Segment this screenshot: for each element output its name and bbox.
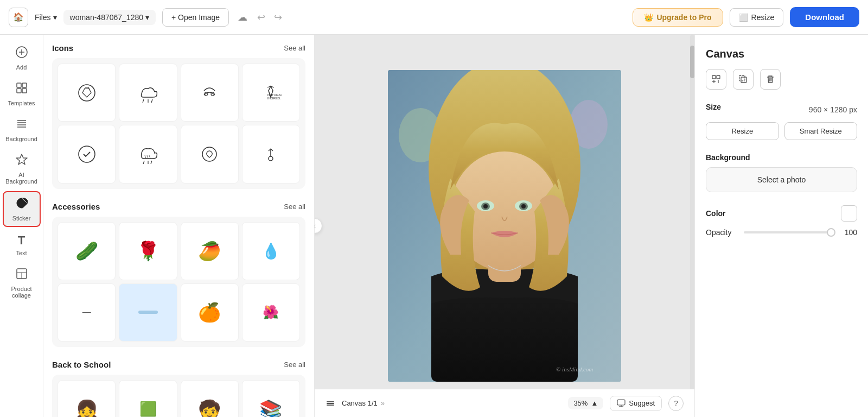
zoom-control[interactable]: 35% ▲ [568, 397, 603, 409]
templates-icon [15, 81, 28, 98]
download-button[interactable]: Download [790, 7, 859, 27]
accessories-section: Accessories See all 🥒 🌹 🥭 💧 — 🍊 🌺 [52, 202, 305, 348]
duplicate-action-button[interactable] [733, 69, 754, 90]
home-button[interactable]: 🏠 [9, 8, 28, 27]
sticker-icon [15, 197, 28, 213]
sidebar-item-ai-background[interactable]: AI Background [3, 149, 41, 189]
list-item[interactable]: 🌺 [242, 283, 300, 342]
accessories-grid: 🥒 🌹 🥭 💧 — 🍊 🌺 [52, 217, 305, 348]
size-label: Size [706, 103, 721, 111]
background-section: Background Select a photo [706, 153, 857, 192]
canvas-label[interactable]: Canvas 1/1 » [342, 399, 385, 407]
svg-rect-56 [739, 75, 745, 81]
sidebar-item-product-collage[interactable]: Product collage [3, 263, 41, 303]
opacity-label: Opacity [706, 228, 738, 237]
svg-rect-44 [327, 401, 334, 402]
cloud-icon[interactable]: ☁ [238, 11, 247, 23]
background-label: Background [706, 153, 857, 162]
open-image-button[interactable]: + Open Image [162, 8, 229, 27]
list-item[interactable] [119, 64, 177, 122]
sidebar-item-sticker[interactable]: Sticker [3, 191, 41, 227]
svg-rect-6 [22, 89, 27, 93]
list-item[interactable]: 👧 [58, 380, 116, 417]
list-item[interactable] [181, 64, 239, 122]
sidebar-item-add[interactable]: Add [3, 41, 41, 75]
files-menu[interactable]: Files ▾ [35, 13, 57, 22]
opacity-slider[interactable] [744, 231, 835, 233]
list-item[interactable]: — [58, 283, 116, 342]
canvas-area: ‹ [315, 35, 694, 417]
list-item[interactable]: 🥒 [58, 222, 116, 280]
back-to-school-title: Back to School [52, 360, 111, 369]
resize-button[interactable]: Resize [706, 122, 779, 140]
list-item[interactable]: 🌹 [119, 222, 177, 280]
svg-rect-3 [17, 83, 21, 87]
list-item[interactable]: 🟩 [119, 380, 177, 417]
icons-see-all[interactable]: See all [284, 44, 305, 52]
svg-rect-46 [327, 405, 334, 406]
canvas-image[interactable]: © insMind.com [388, 70, 621, 382]
svg-line-16 [143, 99, 144, 103]
icons-section: Icons See all NATURALINGRED. [52, 43, 305, 189]
list-item[interactable] [242, 125, 300, 183]
svg-text:© insMind.com: © insMind.com [556, 366, 593, 372]
resize-icon: ⬜ [739, 13, 748, 22]
undo-button[interactable]: ↩ [257, 11, 265, 23]
list-item[interactable]: 📚 [242, 380, 300, 417]
right-panel: Canvas Size 960 × 1280 px Resize Smart R… [694, 35, 868, 417]
svg-rect-55 [741, 77, 746, 83]
opacity-slider-thumb[interactable] [827, 228, 835, 237]
list-item[interactable] [119, 125, 177, 183]
svg-point-41 [483, 204, 488, 208]
back-to-school-see-all[interactable]: See all [284, 361, 305, 369]
opacity-row: Opacity 100 [706, 228, 857, 237]
color-swatch[interactable] [841, 205, 857, 222]
list-item[interactable]: 🧒 [181, 380, 239, 417]
suggest-button[interactable]: Suggest [610, 396, 662, 411]
list-item[interactable] [181, 125, 239, 183]
list-item[interactable]: 🍊 [181, 283, 239, 342]
left-sidebar: Add Templates Background AI Background S… [0, 35, 43, 417]
svg-rect-29 [138, 311, 158, 314]
collapse-panel-button[interactable]: ‹ [315, 218, 322, 233]
list-item[interactable]: 🥭 [181, 222, 239, 280]
opacity-value: 100 [841, 228, 857, 237]
canvas-wrapper: © insMind.com [388, 70, 621, 382]
select-photo-button[interactable]: Select a photo [706, 167, 857, 192]
accessories-see-all[interactable]: See all [284, 203, 305, 211]
color-label: Color [706, 209, 841, 218]
resize-header-button[interactable]: ⬜ Resize [730, 8, 784, 27]
list-item[interactable] [58, 64, 116, 122]
help-button[interactable]: ? [668, 396, 684, 411]
list-item[interactable] [58, 125, 116, 183]
smart-resize-button[interactable]: Smart Resize [784, 122, 858, 140]
delete-action-button[interactable] [760, 69, 781, 90]
ai-background-icon [15, 153, 28, 169]
list-item[interactable]: 💧 [242, 222, 300, 280]
sticker-panel: Icons See all NATURALINGRED. [43, 35, 315, 417]
size-section: Size 960 × 1280 px Resize Smart Resize [706, 103, 857, 140]
filename-selector[interactable]: woman-487067_1280 ▾ [63, 10, 156, 25]
sidebar-item-templates[interactable]: Templates [3, 77, 41, 111]
svg-rect-4 [22, 83, 27, 87]
svg-rect-5 [17, 89, 21, 93]
icons-title: Icons [52, 43, 73, 53]
svg-point-23 [79, 146, 95, 162]
list-item[interactable] [119, 283, 177, 342]
layers-button[interactable] [326, 399, 335, 408]
upgrade-button[interactable]: 👑 Upgrade to Pro [633, 8, 723, 27]
redo-button[interactable]: ↪ [274, 11, 282, 23]
svg-rect-51 [717, 75, 720, 79]
topbar: 🏠 Files ▾ woman-487067_1280 ▾ + Open Ima… [0, 0, 868, 35]
canvas-actions [706, 69, 857, 90]
svg-line-24 [143, 161, 144, 164]
format-action-button[interactable] [706, 69, 726, 90]
text-icon: T [18, 233, 25, 248]
resize-actions: Resize Smart Resize [706, 122, 857, 140]
icons-grid: NATURALINGRED. [52, 58, 305, 189]
list-item[interactable]: NATURALINGRED. [242, 64, 300, 122]
canvas-bottom-bar: Canvas 1/1 » 35% ▲ Suggest ? [315, 389, 694, 417]
sidebar-item-background[interactable]: Background [3, 113, 41, 147]
sidebar-item-text[interactable]: T Text [3, 229, 41, 261]
accessories-title: Accessories [52, 202, 100, 211]
